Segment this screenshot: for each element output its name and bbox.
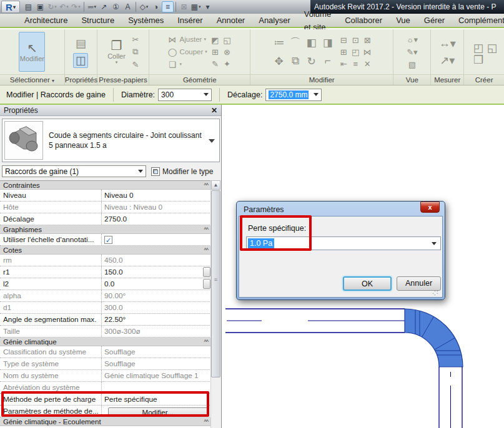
tab-collaborer[interactable]: Collaborer bbox=[338, 14, 389, 27]
application-menu-button[interactable]: R▾ bbox=[1, 1, 20, 13]
measure-between-refs-icon[interactable]: ↔▾ bbox=[440, 36, 455, 51]
aligned-dimension-icon[interactable]: ↗ bbox=[98, 1, 110, 12]
array-icon[interactable]: ⊞ bbox=[338, 47, 349, 57]
undo-icon[interactable]: ↶▾ bbox=[58, 1, 70, 12]
trim-corner-icon[interactable]: ⌐ bbox=[320, 52, 336, 71]
copy-icon[interactable]: ⧉ bbox=[131, 47, 141, 57]
associate-parameter-button[interactable] bbox=[203, 279, 210, 289]
property-section-header[interactable]: Contraintes^^ bbox=[0, 181, 211, 190]
demolish-icon[interactable]: ✦ bbox=[222, 59, 232, 69]
tab-syst-mes[interactable]: Systèmes bbox=[121, 14, 170, 27]
property-value[interactable]: 0.0 bbox=[102, 278, 211, 289]
align-icon[interactable]: ≔ bbox=[271, 33, 287, 52]
move-icon[interactable]: ✥ bbox=[271, 52, 287, 71]
copy-tool-icon[interactable]: ⧉ bbox=[287, 52, 304, 71]
measure-icon[interactable]: ═▾ bbox=[86, 1, 98, 12]
property-section-header[interactable]: Cotes^^ bbox=[0, 246, 211, 255]
offset-icon[interactable]: ⌒ bbox=[287, 33, 304, 52]
rotate-icon[interactable]: ↻ bbox=[304, 52, 320, 71]
tab-analyser[interactable]: Analyser bbox=[252, 14, 297, 27]
tab-compl-ments[interactable]: Compléments bbox=[452, 14, 504, 27]
offset-combobox[interactable]: 2750.0 mm bbox=[265, 89, 322, 101]
create-group-icon[interactable]: ◱ bbox=[485, 41, 500, 56]
paste-button[interactable]: ❐ Coller ▾ bbox=[106, 32, 128, 71]
wall-join-icon[interactable]: ◩ bbox=[210, 35, 220, 46]
cut-geometry-button[interactable]: ◯Couper▾ bbox=[167, 47, 207, 57]
element-filter-combobox[interactable]: Raccords de gaine (1) bbox=[2, 165, 146, 177]
property-section-header[interactable]: Génie climatique^^ bbox=[0, 338, 211, 346]
hide-isolate-icon[interactable]: ▧ bbox=[407, 59, 417, 70]
split-element-icon[interactable]: ⊟ bbox=[338, 35, 349, 46]
panel-label-selectionner[interactable]: Sélectionner ▾ bbox=[0, 74, 64, 85]
trim-extend-multi-icon[interactable]: ≡ bbox=[350, 59, 361, 69]
collapse-chevron-icon[interactable]: ^^ bbox=[204, 247, 208, 253]
property-value[interactable]: 22.50° bbox=[102, 314, 211, 325]
paint-icon[interactable]: ✎ bbox=[210, 59, 220, 69]
unpin-icon[interactable]: ⊠ bbox=[362, 35, 373, 46]
edit-type-button[interactable]: Modifier le type bbox=[150, 165, 214, 178]
collapse-chevron-icon[interactable]: ^^ bbox=[204, 182, 208, 188]
property-value[interactable]: ✓ bbox=[102, 234, 211, 245]
unjoin-icon[interactable]: ⊗ bbox=[222, 47, 232, 57]
checkbox[interactable]: ✓ bbox=[104, 236, 112, 244]
ok-button[interactable]: OK bbox=[343, 276, 392, 291]
property-section-header[interactable]: Génie climatique - Ecoulement^^ bbox=[0, 417, 211, 426]
scale-icon[interactable]: ◰ bbox=[350, 47, 361, 57]
switch-windows-icon[interactable]: ▦▾ bbox=[190, 1, 202, 12]
tab-architecture[interactable]: Architecture bbox=[17, 14, 74, 27]
tab-structure[interactable]: Structure bbox=[74, 14, 121, 27]
open-icon[interactable]: ▤ bbox=[22, 1, 34, 12]
close-hidden-windows-icon[interactable]: ⊠ bbox=[178, 1, 190, 12]
default-3d-view-icon[interactable]: ◇▾ bbox=[138, 1, 150, 12]
tab-vue[interactable]: Vue bbox=[389, 14, 417, 27]
sync-with-central-icon[interactable]: ↻▾ bbox=[46, 1, 58, 12]
property-section-header[interactable]: Graphismes^^ bbox=[0, 225, 211, 234]
tab-ins-rer[interactable]: Insérer bbox=[170, 14, 209, 27]
join-geometry-button[interactable]: ❑▾ bbox=[167, 59, 207, 70]
property-value[interactable]: Niveau 0 bbox=[102, 190, 211, 201]
properties-palette-icon[interactable]: ◫ bbox=[73, 53, 88, 68]
properties-palette-header[interactable]: Propriétés ✕ bbox=[0, 105, 221, 116]
resize-grip[interactable]: ⠠⠄⠢⠂ bbox=[432, 288, 440, 296]
save-icon[interactable]: ▣ bbox=[34, 1, 46, 12]
scroll-up-icon[interactable]: ▲ bbox=[211, 180, 220, 190]
property-value[interactable]: 150.0 bbox=[102, 266, 211, 278]
family-types-icon[interactable]: ▤ bbox=[73, 36, 88, 51]
trim-button[interactable]: ⋈Ajuster▾ bbox=[167, 34, 207, 45]
qat-customize-icon[interactable]: ▾ bbox=[202, 1, 214, 12]
properties-scrollbar[interactable]: ▲ ≡ bbox=[210, 180, 220, 428]
mirror-pick-axis-icon[interactable]: ◧ bbox=[304, 33, 320, 52]
create-assembly-icon[interactable]: ❒ bbox=[471, 52, 486, 67]
close-icon[interactable]: ✕ bbox=[211, 106, 217, 115]
measure-along-element-icon[interactable]: ↗▾ bbox=[440, 53, 455, 68]
dialog-close-button[interactable]: x bbox=[420, 202, 440, 213]
mirror-draw-axis-icon[interactable]: ◨ bbox=[320, 33, 336, 52]
associate-parameter-button[interactable] bbox=[203, 267, 210, 277]
split-face-icon[interactable]: ⊞ bbox=[210, 47, 220, 57]
property-value: Soufflage bbox=[102, 358, 211, 369]
collapse-chevron-icon[interactable]: ^^ bbox=[204, 419, 208, 425]
collapse-chevron-icon[interactable]: ^^ bbox=[204, 226, 208, 233]
delete-icon[interactable]: ✕ bbox=[362, 59, 373, 69]
diameter-combobox[interactable]: 300 bbox=[158, 89, 212, 101]
property-value[interactable]: 2750.0 bbox=[102, 213, 211, 225]
modify-button[interactable]: ↖ Modifier bbox=[19, 32, 45, 72]
section-icon[interactable]: ◑ bbox=[150, 1, 162, 12]
type-selector[interactable]: Coude à segments circulaire - Joint coul… bbox=[2, 119, 220, 162]
pin-icon[interactable]: ⋈ bbox=[362, 47, 373, 57]
scrollbar-thumb[interactable]: ≡ bbox=[211, 190, 220, 377]
thin-lines-icon[interactable]: ≡ bbox=[162, 1, 174, 12]
beam-join-icon[interactable]: ◱ bbox=[222, 35, 232, 46]
match-properties-icon[interactable]: ✎ bbox=[131, 59, 141, 70]
tag-icon[interactable]: ① bbox=[110, 1, 122, 12]
visibility-graphics-icon[interactable]: ☼▾ bbox=[407, 34, 417, 45]
trim-extend-single-icon[interactable]: ⇤ bbox=[338, 59, 349, 69]
text-icon[interactable]: A bbox=[122, 1, 134, 12]
tab-g-rer[interactable]: Gérer bbox=[417, 14, 452, 27]
cut-icon[interactable]: ✂ bbox=[131, 34, 141, 45]
collapse-chevron-icon[interactable]: ^^ bbox=[204, 339, 208, 345]
redo-icon[interactable]: ↷▾ bbox=[70, 1, 82, 12]
tab-annoter[interactable]: Annoter bbox=[210, 14, 252, 27]
override-graphics-icon[interactable]: ✎▾ bbox=[407, 47, 417, 57]
split-gap-icon[interactable]: ⊡ bbox=[350, 35, 361, 46]
